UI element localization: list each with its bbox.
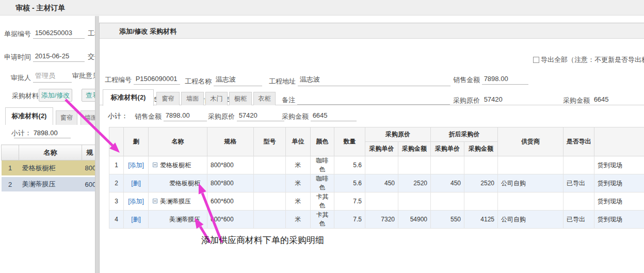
main-cell-name: 爱格板橱柜: [19, 160, 82, 176]
purchase-table-row: 3[添加]美澜蒂膜压600*600米卡其色7.5货到现场: [109, 192, 644, 211]
cell-spec: 800*800: [207, 174, 254, 192]
screen: { "page_title": "审核 - 主材订单", "main": { "…: [0, 0, 644, 273]
sales-amount-value[interactable]: 7898.00: [482, 75, 528, 85]
col-group-discount-price: 折后采购价: [431, 127, 498, 142]
main-subtotal-underline: [14, 138, 71, 138]
subtotal-sales-value[interactable]: 7898.00: [164, 111, 207, 121]
col-rownum: [109, 127, 124, 156]
cell-qty: 7.5: [334, 192, 365, 211]
purchase-table-row: 2[删]爱格板橱柜800*800米咖啡色5.645025204502520公司自…: [109, 174, 644, 192]
approver-field: 审批人 管理员: [11, 71, 72, 83]
main-subtotal-label: 小计：: [11, 129, 31, 137]
subtotal-prefix: 小计：: [108, 112, 128, 120]
dialog-tab-standard-materials[interactable]: 标准材料(2): [103, 89, 154, 106]
cell-pa2: [464, 156, 498, 174]
cell-name: 爱格板橱柜: [149, 156, 207, 174]
dialog-tab-curtain[interactable]: 窗帘: [156, 92, 180, 105]
main-cell-num: 2: [2, 176, 19, 192]
project-addr-field: 工程地址 温志波: [269, 75, 450, 86]
cell-pa2: 2520: [464, 174, 498, 192]
col-orig-unit-price: 采购单价: [365, 142, 398, 156]
col-disc-unit-price: 采购单价: [431, 142, 464, 156]
cell-qty: 7.5: [334, 211, 365, 229]
header-row-1: 删 名称 规格 型号 单位 颜色 数量 采购原价 折后采购价 供货商 是否导出: [109, 127, 644, 142]
apply-time-label: 申请时间: [4, 53, 31, 61]
col-exported: 是否导出: [564, 127, 594, 156]
col-del: 删: [124, 127, 149, 156]
main-table-row[interactable]: 2美澜蒂膜压600*: [2, 176, 98, 192]
cell-num: 1: [109, 156, 124, 174]
main-col-num: [2, 145, 19, 160]
subtotal-amount-value[interactable]: 6645: [311, 111, 357, 121]
cell-delivery: 货到现场: [594, 211, 644, 229]
cell-name: 美澜蒂膜压: [149, 192, 207, 211]
scrollbar[interactable]: [95, 16, 99, 273]
dialog-subtotal: 小计：: [108, 111, 128, 121]
main-tab-curtain[interactable]: 窗帘: [56, 110, 77, 125]
main-cell-num: 1: [2, 160, 19, 176]
main-table-header-row: 名称 规: [2, 145, 98, 160]
project-addr-value[interactable]: 温志波: [298, 75, 450, 86]
main-table-row[interactable]: 1爱格板橱柜800*: [2, 160, 98, 176]
cell-delivery: 货到现场: [594, 174, 644, 192]
cell-action: [删]: [124, 174, 149, 192]
cell-action: [删]: [124, 211, 149, 229]
dialog-tab-cabinet[interactable]: 橱柜: [229, 92, 252, 105]
subtotal-amount: 采购金额 6645: [282, 111, 357, 121]
cell-color: 咖啡色: [311, 156, 334, 174]
main-subtotal: 小计： 7898.00: [11, 129, 58, 138]
dialog-tab-wardrobe[interactable]: 衣柜: [253, 92, 276, 105]
cell-pu2: [431, 192, 464, 211]
subtotal-orig-value[interactable]: 57420: [237, 111, 284, 121]
cell-pu2: 450: [431, 174, 464, 192]
dialog-header: 添加/修改 采购材料: [100, 23, 644, 39]
cell-action: [添加]: [124, 192, 149, 211]
cell-supplier: 公司自购: [498, 174, 564, 192]
project-no-field: 工程编号 P1506090001: [105, 75, 180, 85]
cell-num: 3: [109, 192, 124, 211]
cell-action: [添加]: [124, 156, 149, 174]
col-name: 名称: [149, 127, 207, 156]
cell-pa1: 2520: [398, 174, 431, 192]
dialog-tab-wall[interactable]: 墙面: [181, 92, 204, 105]
collapse-icon[interactable]: [153, 199, 157, 203]
project-name-field: 工程名称 温志波: [185, 75, 262, 86]
cell-color: 咖啡色: [311, 174, 334, 192]
cell-model: [254, 211, 286, 229]
cell-pu1: 7320: [365, 211, 398, 229]
delete-link[interactable]: [删]: [131, 216, 141, 223]
order-no-value[interactable]: 1506250003: [33, 29, 85, 39]
cell-color: 卡其色: [311, 192, 334, 211]
cell-unit: 米: [286, 156, 311, 174]
cell-qty: 5.6: [334, 174, 365, 192]
purchase-table-row: 4[删]美澜蒂膜压600*600米卡其色7.57320549005504125公…: [109, 211, 644, 229]
collapse-icon[interactable]: [153, 163, 157, 167]
col-unit: 单位: [286, 127, 311, 156]
col-model: 型号: [254, 127, 286, 156]
add-modify-button[interactable]: 添加/修改: [39, 89, 72, 102]
cell-pa1: [398, 192, 431, 211]
add-link[interactable]: [添加]: [128, 198, 144, 205]
add-link[interactable]: [添加]: [128, 162, 144, 169]
purchase-table-row: 1[添加]爱格板橱柜800*800米咖啡色5.6货到现场: [109, 156, 644, 174]
dialog-title: 添加/修改 采购材料: [119, 27, 176, 36]
cell-model: [254, 174, 286, 192]
sales-amount-field: 销售金额 7898.00: [453, 75, 528, 85]
cell-pu2: 550: [431, 211, 464, 229]
cell-num: 2: [109, 174, 124, 192]
dialog-tab-wood-door[interactable]: 木门: [205, 92, 228, 105]
cell-supplier: [498, 156, 564, 174]
apply-time-value[interactable]: 2015-06-25: [33, 52, 85, 62]
main-col-name: 名称: [19, 145, 82, 160]
cell-exported: 已导出: [564, 174, 594, 192]
project-no-value[interactable]: P1506090001: [134, 75, 180, 85]
add-modify-purchase-dialog: 添加/修改 采购材料 工程编号 P1506090001 工程名称 温志波 工程地…: [99, 23, 644, 273]
approver-value[interactable]: 管理员: [33, 71, 72, 83]
export-all-checkbox[interactable]: [533, 57, 539, 63]
delete-link[interactable]: [删]: [131, 180, 141, 187]
main-tab-standard-materials[interactable]: 标准材料(2): [5, 107, 53, 125]
cell-delivery: 货到现场: [594, 192, 644, 211]
project-name-value[interactable]: 温志波: [214, 75, 262, 86]
cell-pa2: 4125: [464, 211, 498, 229]
cell-unit: 米: [286, 174, 311, 192]
